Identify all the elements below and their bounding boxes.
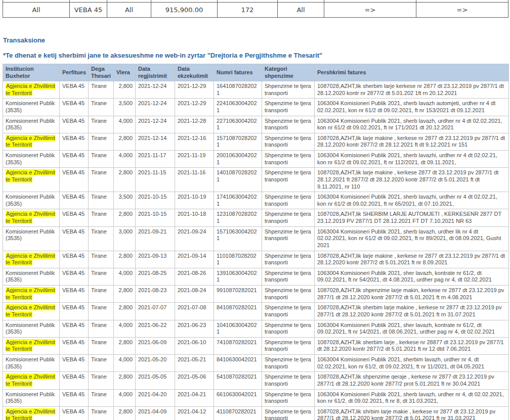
cell-kategori-shpenzime: Shpenzime te tjera transporti xyxy=(262,151,315,168)
cell-perfitues: VEBA 45 xyxy=(60,192,89,209)
cell-kategori-shpenzime: Shpenzime te tjera transporti xyxy=(262,251,315,268)
cell-numri-fatures: 6610630042021 xyxy=(214,389,262,406)
cell-kategori-shpenzime: Shpenzime te tjera transporti xyxy=(262,192,315,209)
institucion-text: Komisioneret Publik (3535) xyxy=(6,322,55,335)
cell-perfitues: VEBA 45 xyxy=(60,151,89,168)
cell-data-ekzekutimit: 2021-12-29 xyxy=(175,99,214,116)
cell-pershkrimi-fatures: 1063004 Komisioneri Publik 2021, sherb l… xyxy=(315,226,509,251)
transaction-row: Agjencia e Zhvillimit te Territorit VEBA… xyxy=(3,251,509,268)
cell-dega-thesari: Tirane xyxy=(89,355,114,372)
service-note: *Te dhenat e ketij sherbimi jane te akse… xyxy=(3,52,510,59)
cell-numri-fatures: 14010870282021 xyxy=(214,168,262,192)
cell-dega-thesari: Tirane xyxy=(89,406,114,420)
transactions-body: Agjencia e Zhvillimit te Territorit VEBA… xyxy=(3,81,509,420)
cell-data-regjistrimit: 2021-08-23 xyxy=(136,286,175,303)
transaction-row: Agjencia e Zhvillimit te Territorit VEBA… xyxy=(3,286,509,303)
cell-numri-fatures: 4110870282021 xyxy=(214,406,262,420)
cell-kategori-shpenzime: Shpenzime te tjera transporti xyxy=(262,355,315,372)
cell-data-regjistrimit: 2021-09-21 xyxy=(136,226,175,251)
cell-dega-thesari: Tirane xyxy=(89,389,114,406)
cell-perfitues: VEBA 45 xyxy=(60,320,89,337)
cell-kategori-shpenzime: Shpenzime te tjera transporti xyxy=(262,320,315,337)
cell-data-regjistrimit: 2021-04-09 xyxy=(136,406,175,420)
cell-institucion-buxhetor: Komisioneret Publik (3535) xyxy=(3,320,60,337)
cell-perfitues: VEBA 45 xyxy=(60,168,89,192)
cell-data-regjistrimit: 2021-06-22 xyxy=(136,320,175,337)
cell-data-ekzekutimit: 2021-12-29 xyxy=(175,81,214,99)
cell-institucion-buxhetor: Agjencia e Zhvillimit te Territorit xyxy=(3,337,60,354)
transaction-row: Komisioneret Publik (3535) VEBA 45 Tiran… xyxy=(3,320,509,337)
transaction-row: Komisioneret Publik (3535) VEBA 45 Tiran… xyxy=(3,192,509,209)
cell-perfitues: VEBA 45 xyxy=(60,303,89,320)
cell-numri-fatures: 8410630042021 xyxy=(214,355,262,372)
cell-dega-thesari: Tirane xyxy=(89,286,114,303)
institucion-text: Komisioneret Publik (3535) xyxy=(6,152,55,165)
cell-data-regjistrimit: 2021-12-24 xyxy=(136,99,175,116)
cell-vlera: 3,500 xyxy=(114,99,136,116)
transaction-row: Komisioneret Publik (3535) VEBA 45 Tiran… xyxy=(3,226,509,251)
cell-data-ekzekutimit: 2021-06-10 xyxy=(175,337,214,354)
transaction-row: Agjencia e Zhvillimit te Territorit VEBA… xyxy=(3,337,509,354)
cell-data-ekzekutimit: 2021-12-28 xyxy=(175,116,214,133)
col-header-dega-thesari: Dega Thesari xyxy=(89,64,114,81)
cell-vlera: 4,000 xyxy=(114,320,136,337)
cell-data-regjistrimit: 2021-12-24 xyxy=(136,81,175,99)
cell-perfitues: VEBA 45 xyxy=(60,406,89,420)
cell-dega-thesari: Tirane xyxy=(89,226,114,251)
section-title: Transaksione xyxy=(3,36,510,44)
col-header-numri-fatures: Numri fatures xyxy=(214,64,262,81)
institucion-text: Komisioneret Publik (3535) xyxy=(6,194,55,207)
cell-pershkrimi-fatures: 1063004 Komisioneri Publik 2021, sherb l… xyxy=(315,192,509,209)
cell-institucion-buxhetor: Komisioneret Publik (3535) xyxy=(3,226,60,251)
results-summary-table: All VEBA 45 All 915,900.00 172 All => => xyxy=(3,0,508,18)
cell-data-ekzekutimit: 2021-09-24 xyxy=(175,226,214,251)
forward-arrow-link-2[interactable]: => xyxy=(416,3,508,18)
institucion-text: Agjencia e Zhvillimit te Territorit xyxy=(6,169,55,182)
summary-cell-perfitues: VEBA 45 xyxy=(70,3,107,18)
summary-cell-count: 172 xyxy=(218,3,278,18)
col-header-perfitues: Perfitues xyxy=(60,64,89,81)
col-header-vlera: Vlera xyxy=(114,64,136,81)
cell-kategori-shpenzime: Shpenzime te tjera transporti xyxy=(262,286,315,303)
cell-dega-thesari: Tirane xyxy=(89,303,114,320)
cell-data-ekzekutimit: 2021-09-14 xyxy=(175,251,214,268)
cell-data-ekzekutimit: 2021-06-23 xyxy=(175,320,214,337)
cell-data-regjistrimit: 2021-09-13 xyxy=(136,251,175,268)
cell-kategori-shpenzime: Shpenzime te tjera transporti xyxy=(262,337,315,354)
cell-numri-fatures: 11010870282021 xyxy=(214,251,262,268)
cell-numri-fatures: 17410630042021 xyxy=(214,192,262,209)
cell-numri-fatures: 5410870282021 xyxy=(214,372,262,389)
cell-perfitues: VEBA 45 xyxy=(60,81,89,99)
cell-dega-thesari: Tirane xyxy=(89,337,114,354)
col-header-pershkrimi-fatures: Pershkrimi fatures xyxy=(315,64,509,81)
cell-numri-fatures: 8410870282021 xyxy=(214,303,262,320)
forward-arrow-link-1[interactable]: => xyxy=(324,3,416,18)
cell-kategori-shpenzime: Shpenzime te tjera transporti xyxy=(262,209,315,226)
cell-dega-thesari: Tirane xyxy=(89,99,114,116)
institucion-text: Komisioneret Publik (3535) xyxy=(6,228,55,242)
cell-institucion-buxhetor: Komisioneret Publik (3535) xyxy=(3,268,60,285)
cell-institucion-buxhetor: Agjencia e Zhvillimit te Territorit xyxy=(3,209,60,226)
cell-perfitues: VEBA 45 xyxy=(60,268,89,285)
header-row: Institucion Buxhetor Perfitues Dega Thes… xyxy=(3,64,509,81)
cell-vlera: 2,800 xyxy=(114,209,136,226)
cell-pershkrimi-fatures: 1087028,AZHT,lik shrbim larje makie , ke… xyxy=(315,406,509,420)
cell-dega-thesari: Tirane xyxy=(89,372,114,389)
cell-dega-thesari: Tirane xyxy=(89,251,114,268)
cell-pershkrimi-fatures: 1063004 Komisioneri Publik 2021, sher la… xyxy=(315,268,509,285)
cell-data-regjistrimit: 2021-05-20 xyxy=(136,355,175,372)
cell-institucion-buxhetor: Agjencia e Zhvillimit te Territorit xyxy=(3,406,60,420)
cell-pershkrimi-fatures: 1087028,AZHT,lik sherbim larje kerkese n… xyxy=(315,81,509,99)
institucion-text: Agjencia e Zhvillimit te Territorit xyxy=(6,339,55,352)
institucion-text: Agjencia e Zhvillimit te Territorit xyxy=(6,287,55,300)
transaction-row: Komisioneret Publik (3535) VEBA 45 Tiran… xyxy=(3,151,509,168)
cell-institucion-buxhetor: Komisioneret Publik (3535) xyxy=(3,192,60,209)
cell-pershkrimi-fatures: 1063004 Komisioneri Publik 2021, sher la… xyxy=(315,320,509,337)
transaction-row: Agjencia e Zhvillimit te Territorit VEBA… xyxy=(3,81,509,99)
cell-numri-fatures: 13910630042021 xyxy=(214,268,262,285)
institucion-text: Komisioneret Publik (3535) xyxy=(6,356,55,369)
cell-perfitues: VEBA 45 xyxy=(60,372,89,389)
cell-perfitues: VEBA 45 xyxy=(60,251,89,268)
col-header-institucion-buxhetor: Institucion Buxhetor xyxy=(3,64,60,81)
institucion-text: Agjencia e Zhvillimit te Territorit xyxy=(6,374,55,387)
